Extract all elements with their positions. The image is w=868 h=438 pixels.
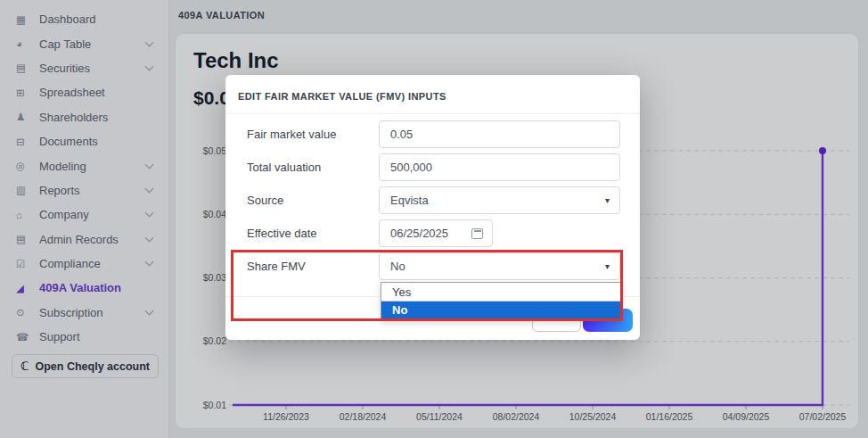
modal-body: Fair market value Total valuation Source… — [225, 114, 640, 280]
share-fmv-select[interactable]: No ▾ — [379, 252, 620, 280]
total-valuation-label: Total valuation — [247, 161, 379, 174]
source-select[interactable]: Eqvista ▾ — [379, 186, 620, 214]
form-row-effective-date: Effective date 06/25/2025 — [247, 219, 620, 247]
modal-header: EDIT FAIR MARKET VALUE (FMV) INPUTS — [225, 75, 640, 114]
app-window: ▦ Dashboard ◕ Cap Table ▤ Securities ⊞ S… — [0, 0, 868, 438]
modal-title: EDIT FAIR MARKET VALUE (FMV) INPUTS — [238, 91, 446, 102]
form-row-source: Source Eqvista ▾ — [247, 186, 620, 214]
caret-down-icon: ▾ — [605, 194, 610, 204]
calendar-icon — [471, 228, 483, 239]
dropdown-option-no[interactable]: No — [381, 302, 620, 319]
share-fmv-dropdown-list: Yes No — [381, 282, 621, 320]
caret-down-icon: ▾ — [605, 260, 610, 270]
share-fmv-label: Share FMV — [247, 260, 379, 273]
effective-date-value: 06/25/2025 — [390, 227, 448, 240]
effective-date-label: Effective date — [247, 227, 379, 240]
total-valuation-input[interactable] — [379, 153, 620, 181]
source-select-value: Eqvista — [390, 194, 429, 207]
dropdown-option-yes[interactable]: Yes — [381, 283, 620, 302]
form-row-fair-market-value: Fair market value — [247, 120, 620, 148]
source-label: Source — [247, 194, 379, 207]
fair-market-value-label: Fair market value — [247, 128, 379, 141]
fair-market-value-input[interactable] — [379, 120, 620, 148]
effective-date-input[interactable]: 06/25/2025 — [379, 219, 493, 247]
form-row-total-valuation: Total valuation — [247, 153, 620, 181]
form-row-share-fmv: Share FMV No ▾ — [247, 252, 620, 280]
share-fmv-select-value: No — [390, 260, 405, 273]
